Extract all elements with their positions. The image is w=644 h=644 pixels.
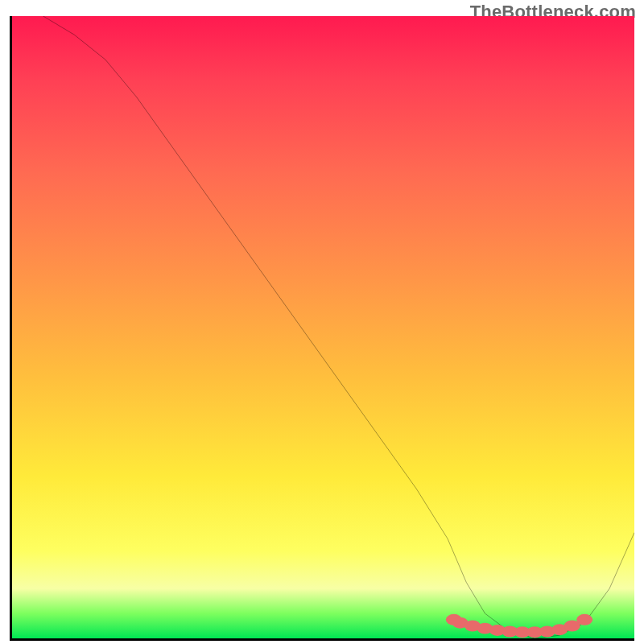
- optimal-dots-group: [446, 614, 592, 638]
- curve-layer: [12, 16, 634, 638]
- bottleneck-curve-path: [43, 16, 634, 638]
- optimal-dot: [576, 614, 592, 625]
- chart-stage: TheBottleneck.com: [0, 0, 644, 644]
- plot-area: [10, 16, 634, 641]
